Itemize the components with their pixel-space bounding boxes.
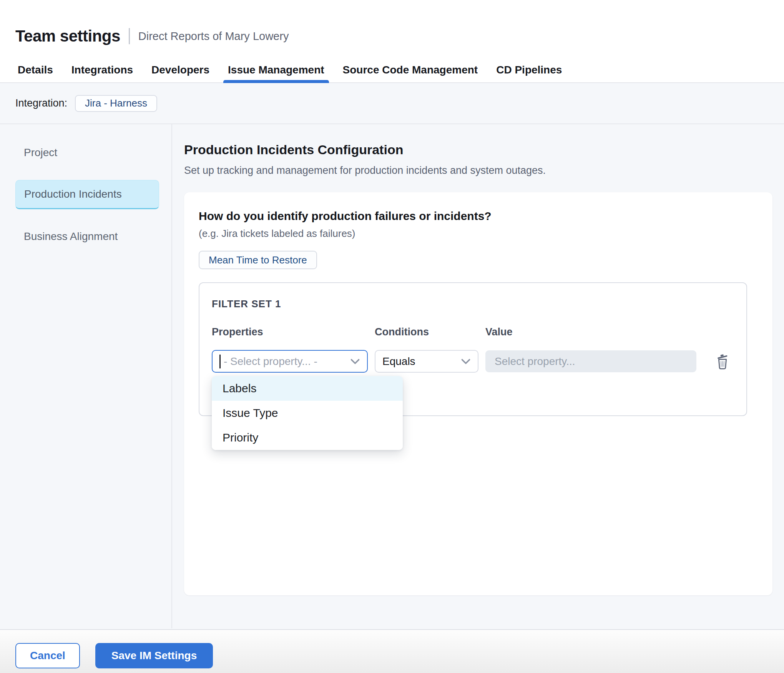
property-select-placeholder: - Select property... -: [224, 355, 346, 368]
property-select[interactable]: - Select property... -: [212, 350, 368, 373]
property-select-wrapper: - Select property... - Labels Issue Type…: [212, 350, 375, 373]
condition-select[interactable]: Equals: [375, 350, 478, 373]
dropdown-option-issue-type[interactable]: Issue Type: [212, 401, 403, 425]
property-dropdown-menu: Labels Issue Type Priority: [212, 376, 403, 450]
integration-row: Integration: Jira - Harness: [0, 83, 784, 124]
main-panel: Production Incidents Configuration Set u…: [172, 124, 784, 628]
filter-set-card: FILTER SET 1 Properties Conditions Value…: [199, 282, 747, 416]
value-input[interactable]: [485, 350, 696, 372]
question-title: How do you identify production failures …: [199, 209, 758, 223]
dropdown-option-priority[interactable]: Priority: [212, 425, 403, 450]
content-area: Integration: Jira - Harness Project Prod…: [0, 83, 784, 629]
footer-action-bar: Cancel Save IM Settings: [0, 629, 784, 673]
filter-controls-row: - Select property... - Labels Issue Type…: [212, 350, 746, 373]
tab-integrations[interactable]: Integrations: [71, 58, 133, 82]
tab-details[interactable]: Details: [18, 58, 53, 82]
tab-source-code-management[interactable]: Source Code Management: [343, 58, 478, 82]
mean-time-to-restore-tab[interactable]: Mean Time to Restore: [199, 251, 317, 269]
properties-column-label: Properties: [212, 326, 375, 338]
tab-cd-pipelines[interactable]: CD Pipelines: [496, 58, 562, 82]
tab-developers[interactable]: Developers: [151, 58, 209, 82]
sidebar-item-project[interactable]: Project: [0, 147, 171, 158]
section-description: Set up tracking and management for produ…: [184, 164, 772, 177]
cancel-button[interactable]: Cancel: [15, 643, 80, 668]
delete-filter-button[interactable]: [715, 353, 730, 370]
filter-set-title: FILTER SET 1: [212, 298, 746, 309]
chevron-down-icon: [461, 358, 471, 365]
incidents-config-card: How do you identify production failures …: [184, 192, 772, 595]
trash-icon: [715, 353, 730, 370]
page-header: Team settings Direct Reports of Mary Low…: [0, 0, 784, 58]
chevron-down-icon: [350, 358, 360, 365]
tab-issue-management[interactable]: Issue Management: [228, 58, 324, 82]
page-subtitle: Direct Reports of Mary Lowery: [138, 30, 289, 43]
text-cursor: [219, 355, 221, 368]
conditions-column-label: Conditions: [375, 326, 485, 338]
sidebar-item-production-incidents[interactable]: Production Incidents: [15, 180, 159, 209]
section-heading: Production Incidents Configuration: [184, 142, 772, 157]
condition-select-value: Equals: [382, 355, 415, 368]
page-title: Team settings: [15, 27, 120, 45]
title-divider: [129, 28, 130, 44]
dropdown-option-labels[interactable]: Labels: [212, 376, 403, 401]
filter-column-labels: Properties Conditions Value: [212, 326, 746, 338]
value-column-label: Value: [485, 326, 746, 338]
sidebar-item-business-alignment[interactable]: Business Alignment: [0, 231, 171, 242]
settings-tab-bar: Details Integrations Developers Issue Ma…: [0, 58, 784, 83]
integration-chip[interactable]: Jira - Harness: [75, 95, 157, 112]
save-im-settings-button[interactable]: Save IM Settings: [95, 643, 213, 668]
integration-label: Integration:: [15, 97, 67, 109]
question-hint: (e.g. Jira tickets labeled as failures): [199, 228, 758, 239]
settings-sidebar: Project Production Incidents Business Al…: [0, 124, 172, 628]
